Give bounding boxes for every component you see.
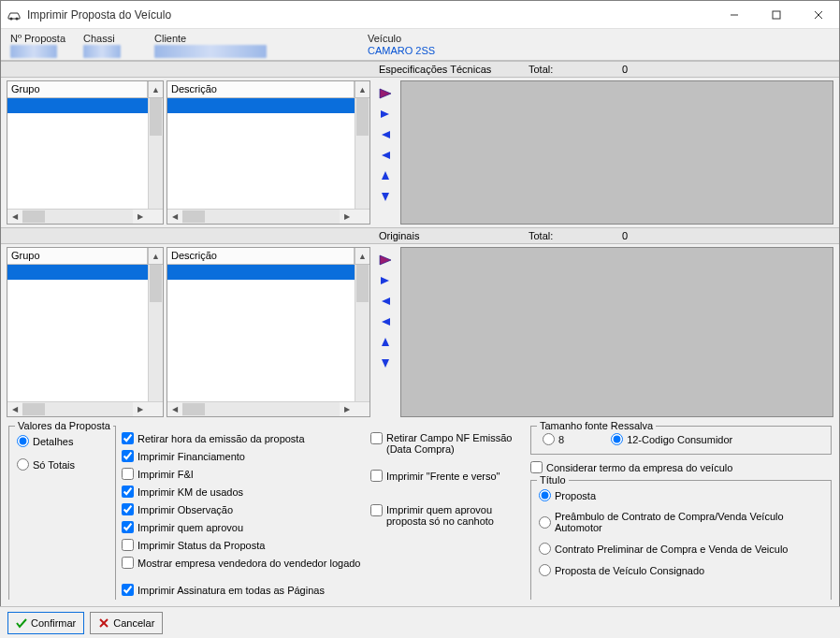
check-impr-status[interactable]: Imprimir Status da Proposta [122,539,365,551]
orig-grupo-list[interactable]: Grupo ▲ ◀ ▶ [7,247,164,417]
scroll-right-icon[interactable]: ▶ [133,210,148,224]
horizontal-scrollbar[interactable]: ◀ ▶ [7,401,163,416]
proposta-value [10,45,57,58]
move-up-button[interactable] [376,333,395,352]
svg-marker-18 [382,338,389,346]
radio-font-8[interactable]: 8 [543,433,564,445]
check-mostrar-empresa[interactable]: Mostrar empresa vendedora do vendedor lo… [122,557,365,569]
veiculo-label: Veículo [368,33,435,44]
radio-titulo-proposta[interactable]: Proposta [539,489,823,501]
horizontal-scrollbar[interactable]: ◀ ▶ [167,209,369,224]
radio-detalhes-label: Detalhes [33,436,73,447]
svg-point-1 [16,17,19,20]
minimize-button[interactable] [713,1,755,28]
cancelar-button[interactable]: Cancelar [90,612,163,634]
check-impr-quem[interactable]: Imprimir quem aprovou [122,521,365,533]
chassi-label: Chassi [83,33,147,44]
scroll-right-icon[interactable]: ▶ [340,210,355,224]
scroll-up-icon[interactable]: ▲ [355,248,369,264]
orig-dual-list: Grupo ▲ ◀ ▶ Descrição ▲ [1,244,839,420]
cliente-field: Cliente [154,33,360,58]
radio-titulo-consignado[interactable]: Proposta de Veículo Consignado [539,564,823,576]
scroll-left-icon[interactable]: ◀ [7,402,22,416]
radio-font-12[interactable]: 12-Codigo Consumidor [611,433,732,445]
titulo-legend: Título [537,474,569,486]
check-impr-obs[interactable]: Imprimir Observação [122,503,365,515]
move-left-button[interactable] [376,292,395,311]
list-row-selected[interactable] [167,98,369,113]
move-down-button[interactable] [376,187,395,206]
scroll-left-icon[interactable]: ◀ [167,402,182,416]
radio-detalhes-input[interactable] [17,435,29,447]
list-body[interactable] [167,98,369,224]
move-all-right-button[interactable] [376,251,395,269]
move-left-button[interactable] [376,125,395,144]
move-down-button[interactable] [376,354,395,372]
orig-total-value: 0 [622,230,697,241]
list-header: Descrição ▲ [167,81,369,98]
list-body[interactable] [167,265,369,416]
move-right-button[interactable] [376,271,395,290]
scroll-up-icon[interactable]: ▲ [355,81,369,97]
move-all-right-button[interactable] [376,84,395,103]
espec-right-list[interactable] [400,80,833,225]
scroll-right-icon[interactable]: ▶ [340,402,355,416]
check-retirar-nf[interactable]: Retirar Campo NF Emissão (Data Compra) [370,432,525,455]
list-body[interactable] [7,98,163,224]
scroll-left-icon[interactable]: ◀ [7,210,22,224]
move-right-button[interactable] [376,105,395,123]
move-all-left-button[interactable] [376,146,395,165]
proposta-label: Nº Proposta [10,33,76,44]
descricao-header[interactable]: Descrição [167,248,355,264]
scroll-left-icon[interactable]: ◀ [167,210,182,224]
grupo-header[interactable]: Grupo [7,81,148,97]
chassi-field: Chassi [83,33,147,58]
check-retirar-hora[interactable]: Retirar hora da emissão da proposta [122,432,365,444]
check-impr-assinatura[interactable]: Imprimir Assinatura em todas as Páginas [122,584,365,596]
radio-detalhes[interactable]: Detalhes [17,435,108,447]
radio-titulo-preambulo[interactable]: Preâmbulo de Contrato de Compra/Venda Ve… [539,511,823,533]
valores-legend: Valores da Proposta [15,420,113,431]
svg-marker-15 [381,277,389,284]
grupo-header[interactable]: Grupo [7,248,148,264]
move-up-button[interactable] [376,167,395,185]
close-button[interactable] [797,1,839,28]
check-considerar-termo[interactable]: Considerar termo da empresa do veículo [530,461,832,473]
scroll-up-icon[interactable]: ▲ [148,81,163,97]
check-canhoto[interactable]: Imprimir quem aprovou proposta só no can… [370,504,525,527]
title-bar: Imprimir Proposta do Veículo [1,1,839,29]
radio-titulo-preliminar[interactable]: Contrato Preliminar de Compra e Venda de… [539,543,823,555]
radio-so-totais[interactable]: Só Totais [17,458,108,471]
vertical-scrollbar[interactable] [148,98,163,209]
espec-grupo-list[interactable]: Grupo ▲ ◀ ▶ [7,80,164,225]
orig-descricao-list[interactable]: Descrição ▲ ◀ ▶ [167,247,370,417]
check-impr-fi[interactable]: Imprimir F&I [122,468,365,480]
check-frente-verso[interactable]: Imprimir "Frente e verso" [370,470,525,482]
horizontal-scrollbar[interactable]: ◀ ▶ [167,401,369,416]
orig-total-label: Total: [529,230,622,241]
vertical-scrollbar[interactable] [355,98,369,209]
vertical-scrollbar[interactable] [148,265,163,401]
cliente-label: Cliente [154,33,360,44]
horizontal-scrollbar[interactable]: ◀ ▶ [7,209,163,224]
confirmar-button[interactable]: Confirmar [7,612,84,634]
radio-so-totais-label: Só Totais [33,459,75,471]
radio-so-totais-input[interactable] [17,458,29,471]
list-row-selected[interactable] [7,98,163,113]
maximize-button[interactable] [755,1,797,28]
descricao-header[interactable]: Descrição [167,81,355,97]
list-body[interactable] [7,265,163,416]
check-impr-km[interactable]: Imprimir KM de usados [122,486,365,498]
scroll-up-icon[interactable]: ▲ [148,248,163,264]
orig-title: Originais [379,230,529,241]
check-impr-financ[interactable]: Imprimir Financiamento [122,450,365,462]
orig-right-list[interactable] [400,247,833,417]
valores-proposta-group: Valores da Proposta Detalhes Só Totais [8,426,116,600]
scroll-right-icon[interactable]: ▶ [133,402,148,416]
espec-descricao-list[interactable]: Descrição ▲ ◀ ▶ [167,80,370,225]
options-area: Valores da Proposta Detalhes Só Totais R… [1,420,839,600]
list-row-selected[interactable] [167,265,369,280]
list-row-selected[interactable] [7,265,163,280]
vertical-scrollbar[interactable] [355,265,369,401]
move-all-left-button[interactable] [376,312,395,331]
